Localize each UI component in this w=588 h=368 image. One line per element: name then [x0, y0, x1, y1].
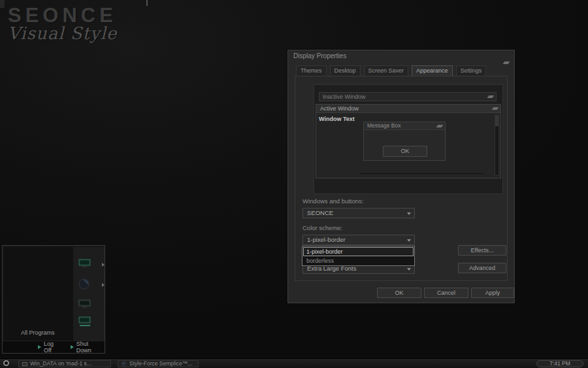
start-menu-item-monitor[interactable] — [78, 259, 102, 272]
titlebar-glyph-icon — [436, 125, 444, 127]
active-window-titlebar: Active Window — [316, 105, 500, 113]
taskbar-task-styleforce[interactable]: Style-Force Semplice™... — [118, 360, 199, 367]
color-scheme-value: 1-pixel-border — [307, 236, 346, 243]
log-off-label: Log Off — [44, 341, 63, 354]
start-button[interactable] — [3, 360, 9, 366]
monitor-icon — [78, 316, 93, 327]
tab-themes[interactable]: Themes — [296, 65, 327, 76]
wallpaper-logo: SEONCE Visual Style — [8, 4, 117, 43]
preview-ok-button: OK — [383, 146, 427, 157]
shut-down-icon — [71, 345, 74, 349]
tab-desktop[interactable]: Desktop — [330, 65, 361, 76]
windows-and-buttons-label: Windows and buttons: — [302, 197, 363, 205]
titlebar-glyph-icon — [503, 61, 510, 64]
log-off-icon — [38, 345, 41, 349]
inactive-window-title: Inactive Window — [323, 93, 366, 100]
dropdown-option-1-pixel-border[interactable]: 1-pixel-border — [303, 247, 414, 256]
drive-icon — [22, 362, 27, 366]
appearance-tab-page: Inactive Window Active Window Window Tex… — [295, 76, 508, 281]
active-window-title: Active Window — [320, 105, 359, 112]
dialog-titlebar[interactable]: Display Properties — [288, 50, 514, 62]
tab-appearance[interactable]: Appearance — [412, 65, 453, 76]
preview-inactive-window: Inactive Window — [319, 92, 497, 101]
all-programs-item[interactable]: All Programs — [21, 329, 55, 336]
titlebar-glyph-icon — [492, 107, 499, 110]
close-icon[interactable] — [504, 55, 509, 67]
shut-down-button[interactable]: Shut Down — [71, 341, 105, 354]
chevron-down-icon — [407, 239, 411, 242]
taskbar: Win_DATA on 'mad-1 s... Style-Force Semp… — [0, 358, 588, 368]
chevron-down-icon — [407, 268, 411, 271]
apply-button[interactable]: Apply — [471, 288, 514, 298]
tab-screen-saver[interactable]: Screen Saver — [364, 65, 409, 76]
preview-message-box: Message Box OK — [363, 122, 446, 161]
taskbar-clock[interactable]: 7:41 PM — [536, 360, 583, 367]
start-menu-item-browser[interactable] — [78, 278, 102, 292]
shut-down-label: Shut Down — [76, 341, 105, 354]
appearance-preview: Inactive Window Active Window Window Tex… — [314, 84, 503, 194]
titlebar-glyph-icon — [487, 95, 495, 98]
windows-and-buttons-value: SEONCE — [307, 209, 333, 216]
app-icon — [122, 361, 127, 367]
chevron-down-icon — [407, 212, 411, 215]
tab-strip: Themes Desktop Screen Saver Appearance S… — [296, 65, 486, 76]
ok-button[interactable]: OK — [377, 288, 421, 298]
message-box-titlebar: Message Box — [364, 122, 445, 130]
dialog-title: Display Properties — [293, 52, 346, 59]
color-scheme-label: Color scheme: — [302, 224, 342, 231]
cancel-button[interactable]: Cancel — [424, 288, 468, 298]
advanced-button[interactable]: Advanced — [458, 263, 506, 273]
desktop-top-mark — [146, 0, 148, 6]
task-label: Style-Force Semplice™... — [129, 361, 192, 367]
message-box-title: Message Box — [367, 122, 401, 129]
preview-divider — [359, 173, 483, 174]
monitor-icon — [78, 299, 93, 309]
start-menu-item-theme[interactable] — [78, 316, 102, 329]
windows-and-buttons-select[interactable]: SEONCE — [302, 208, 415, 218]
task-label: Win_DATA on 'mad-1 s... — [30, 361, 91, 367]
display-properties-dialog: Display Properties Themes Desktop Screen… — [287, 50, 515, 303]
browser-swirl-icon — [78, 278, 90, 290]
desktop: SEONCE Visual Style Display Properties T… — [0, 0, 588, 368]
dropdown-option-borderless[interactable]: borderless — [302, 257, 414, 265]
logo-subtitle: Visual Style — [8, 24, 117, 43]
start-menu-bottom-strip: Log Off Shut Down — [3, 341, 105, 353]
start-menu: All Programs — [2, 245, 105, 354]
monitor-icon — [78, 259, 93, 269]
taskbar-task-windata[interactable]: Win_DATA on 'mad-1 s... — [18, 360, 111, 367]
log-off-button[interactable]: Log Off — [38, 341, 63, 354]
preview-scrollbar — [495, 115, 499, 176]
effects-button[interactable]: Effects... — [458, 245, 506, 256]
start-menu-left-panel: All Programs — [4, 247, 73, 341]
scrollbar-thumb — [495, 116, 498, 126]
preview-window-text: Window Text — [319, 116, 355, 122]
submenu-arrow-icon — [102, 283, 105, 287]
desktop-corner-mark — [0, 0, 5, 8]
submenu-arrow-icon — [102, 263, 105, 267]
color-scheme-select[interactable]: 1-pixel-border — [302, 235, 415, 245]
preview-active-window: Active Window Window Text Message Box OK — [316, 104, 501, 178]
start-menu-item-display[interactable] — [78, 299, 102, 312]
color-scheme-dropdown: 1-pixel-border borderless — [302, 246, 415, 266]
tab-settings[interactable]: Settings — [456, 65, 487, 76]
start-menu-right-panel — [73, 247, 105, 341]
